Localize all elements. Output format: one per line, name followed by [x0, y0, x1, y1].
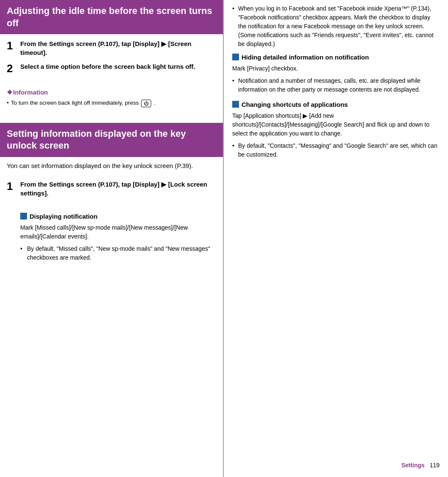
- displaying-notification-bullet1: By default, "Missed calls", "New sp-mode…: [20, 244, 216, 262]
- displaying-notification-section: Displaying notification Mark [Missed cal…: [0, 212, 223, 262]
- changing-shortcuts-header: Changing shortcuts of applications: [232, 100, 440, 109]
- section2-step1-row: 1 From the Settings screen (P.107), tap …: [7, 180, 216, 198]
- changing-shortcuts-icon: [232, 101, 239, 108]
- hiding-details-icon: [232, 54, 239, 60]
- step2-text: Select a time option before the screen b…: [20, 62, 195, 71]
- info-bullet-1: To turn the screen back light off immedi…: [7, 99, 216, 107]
- section1-header-text: Adjusting the idle time before the scree…: [7, 5, 212, 28]
- step2-number: 2: [7, 62, 16, 75]
- section1-header: Adjusting the idle time before the scree…: [0, 0, 223, 34]
- displaying-notification-header: Displaying notification: [20, 212, 216, 221]
- info-bullet-text: To turn the screen back light off immedi…: [11, 100, 139, 106]
- power-icon: ⏻: [141, 100, 151, 107]
- hiding-details-title: Hiding detailed information on notificat…: [242, 53, 369, 62]
- section-divider: [0, 114, 223, 123]
- right-intro-bullet: When you log in to Facebook and set "Fac…: [232, 4, 440, 49]
- displaying-notification-title: Displaying notification: [30, 212, 98, 221]
- displaying-notification-body: Mark [Missed calls]/[New sp-mode mails]/…: [20, 223, 216, 241]
- information-block: Information To turn the screen back ligh…: [0, 85, 223, 114]
- section2-header-text: Setting information displayed on the key…: [7, 128, 186, 151]
- changing-shortcuts-title: Changing shortcuts of applications: [242, 100, 348, 109]
- left-column: Adjusting the idle time before the scree…: [0, 0, 224, 477]
- blue-square-icon: [20, 213, 27, 220]
- hiding-details-header: Hiding detailed information on notificat…: [232, 53, 440, 62]
- hiding-details-bullet1: Notification and a number of messages, c…: [232, 76, 440, 94]
- section1-steps: 1 From the Settings screen (P.107), tap …: [0, 34, 223, 85]
- changing-shortcuts-section: Changing shortcuts of applications Tap […: [232, 100, 440, 159]
- page-footer: Settings 119: [401, 462, 440, 469]
- footer-page-number: 119: [430, 462, 440, 469]
- step2-row: 2 Select a time option before the screen…: [7, 62, 216, 75]
- section2-intro: Yon can set information displayed on the…: [0, 157, 223, 175]
- step1-number: 1: [7, 39, 16, 52]
- changing-shortcuts-bullet1: By default, "Contacts", "Messaging" and …: [232, 141, 440, 159]
- hiding-details-section: Hiding detailed information on notificat…: [232, 53, 440, 94]
- info-bullet-period: .: [154, 100, 155, 106]
- section2-step1-container: 1 From the Settings screen (P.107), tap …: [0, 175, 223, 208]
- hiding-details-body: Mark [Privacy] checkbox.: [232, 64, 440, 73]
- step1-row: 1 From the Settings screen (P.107), tap …: [7, 39, 216, 57]
- section2-step1-text: From the Settings screen (P.107), tap [D…: [20, 180, 216, 198]
- information-title: Information: [7, 89, 216, 96]
- section2-header: Setting information displayed on the key…: [0, 123, 223, 157]
- right-column: When you log in to Facebook and set "Fac…: [224, 0, 448, 477]
- changing-shortcuts-body: Tap [Application shortcuts] ▶ [Add new s…: [232, 111, 440, 138]
- step1-text: From the Settings screen (P.107), tap [D…: [20, 39, 216, 57]
- footer-settings-label: Settings: [401, 462, 424, 469]
- section2-step1-number: 1: [7, 180, 16, 193]
